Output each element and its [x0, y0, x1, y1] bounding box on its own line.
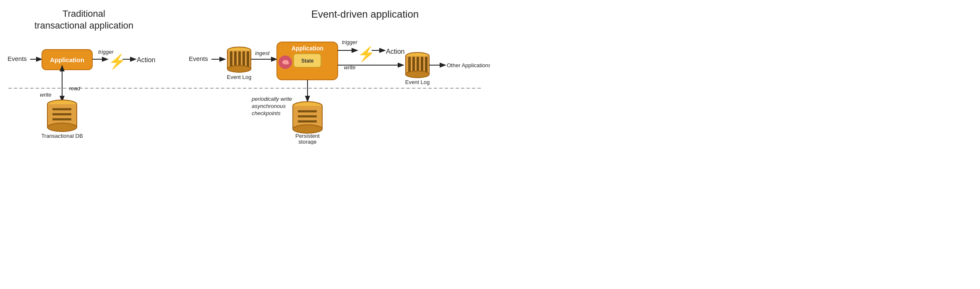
svg-rect-26: [277, 42, 338, 80]
full-diagram-svg: Traditional transactional application Ev…: [0, 0, 490, 144]
svg-rect-23: [247, 51, 249, 68]
checkpoint-label2: asynchronous: [252, 103, 286, 109]
right-title-text: Event-driven application: [311, 8, 419, 20]
right-state-label: State: [301, 58, 314, 64]
left-write-label: write: [40, 92, 51, 98]
right-events-label: Events: [189, 55, 208, 62]
left-action-label: Action: [137, 56, 155, 63]
svg-rect-19: [230, 51, 232, 68]
svg-point-33: [406, 53, 429, 59]
left-db-label: Transactional DB: [41, 133, 83, 139]
svg-rect-38: [412, 57, 415, 74]
svg-rect-39: [417, 57, 419, 74]
left-read-label: read: [69, 85, 81, 92]
right-trigger-label: trigger: [342, 39, 358, 45]
right-otherapps-label: Other Applications: [447, 62, 490, 68]
svg-rect-46: [293, 106, 322, 129]
svg-rect-22: [242, 51, 245, 68]
right-lightning-icon: ⚡: [357, 45, 375, 63]
left-events-label: Events: [8, 55, 27, 62]
right-eventlog-label: Event Log: [227, 74, 252, 80]
svg-rect-20: [234, 51, 237, 68]
svg-rect-2: [42, 50, 92, 70]
svg-point-42: [406, 71, 429, 78]
svg-point-13: [47, 123, 77, 131]
svg-point-28: [279, 55, 292, 69]
right-eventlog2-label: Event Log: [405, 79, 430, 85]
svg-point-6: [47, 100, 77, 108]
svg-rect-34: [406, 56, 429, 74]
svg-point-15: [227, 47, 251, 54]
svg-point-45: [293, 102, 322, 110]
left-trigger-label: trigger: [98, 49, 114, 55]
diagram-container: Traditional transactional application Ev…: [0, 0, 490, 144]
right-persistent-label: Persistent: [295, 133, 320, 139]
checkpoint-label3: checkpoints: [252, 110, 281, 116]
left-title-text2: transactional application: [34, 20, 133, 31]
svg-rect-27: [294, 54, 321, 67]
checkpoint-label: periodically write: [251, 96, 292, 102]
left-title-text: Traditional: [63, 8, 105, 19]
svg-rect-41: [425, 57, 427, 74]
right-write-label: write: [344, 64, 355, 71]
svg-rect-37: [408, 57, 411, 74]
right-app-label: Application: [292, 45, 323, 52]
right-persistent-label2: storage: [298, 139, 316, 144]
right-action-label: Action: [386, 48, 404, 55]
svg-rect-7: [47, 104, 77, 127]
svg-rect-40: [421, 57, 423, 74]
svg-rect-21: [238, 51, 241, 68]
right-ingest-label: ingest: [255, 50, 270, 56]
svg-rect-16: [227, 50, 251, 69]
svg-point-52: [293, 125, 322, 133]
svg-point-24: [227, 66, 251, 72]
left-lightning-icon: ⚡: [108, 53, 126, 70]
svg-text:🧠: 🧠: [282, 59, 289, 66]
left-app-label: Application: [50, 56, 84, 63]
